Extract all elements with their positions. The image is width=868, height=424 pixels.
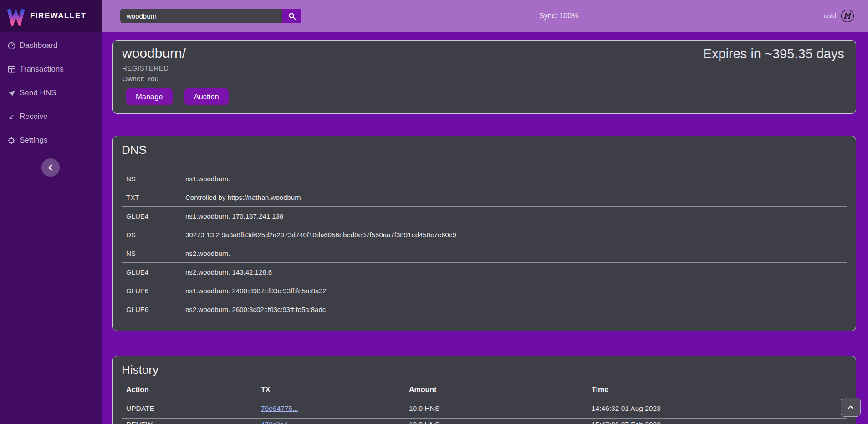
paper-plane-icon — [7, 89, 16, 97]
col-time: Time — [592, 386, 847, 394]
dns-card: DNS NS ns1.woodburn. TXT Controlled by h… — [112, 136, 856, 331]
search-bar — [120, 9, 301, 23]
dns-heading: DNS — [122, 143, 147, 157]
gear-icon — [7, 136, 16, 145]
scroll-to-top-button[interactable] — [841, 398, 861, 417]
dns-record-type: TXT — [122, 188, 185, 206]
col-amount: Amount — [409, 386, 592, 394]
tx-link[interactable]: 470c3c4... — [261, 420, 294, 424]
sidebar-item-label: Send HNS — [20, 88, 56, 97]
dns-record-row: GLUE6 ns1.woodburn. 2400:8907::f03c:93ff… — [122, 281, 847, 300]
history-row: RENEW 470c3c4... 10.0 HNS 15:47:06 07 Fe… — [122, 418, 847, 424]
history-header-row: Action TX Amount Time — [122, 382, 847, 398]
dns-record-value: ns2.woodburn. 143.42.128.6 — [185, 263, 847, 281]
chevron-up-icon — [847, 403, 855, 411]
col-action: Action — [122, 386, 261, 394]
speedometer-icon — [7, 41, 16, 50]
sidebar-item-label: Settings — [20, 136, 47, 145]
table-icon — [7, 65, 16, 74]
logo-bar: FIREWALLET — [0, 0, 102, 32]
dns-record-row: NS ns2.woodburn. — [122, 244, 847, 262]
sidebar-item-label: Transactions — [20, 65, 64, 74]
history-action: RENEW — [122, 420, 261, 424]
search-button[interactable] — [282, 9, 301, 23]
sidebar-item-send-hns[interactable]: Send HNS — [0, 81, 102, 105]
dns-record-row: TXT Controlled by https://nathan.woodbur… — [122, 188, 847, 206]
col-tx: TX — [261, 386, 409, 394]
domain-expiry: Expires in ~395.35 days — [703, 46, 844, 61]
brand-name: FIREWALLET — [30, 11, 87, 20]
history-amount: 10.0 HNS — [409, 420, 592, 424]
history-amount: 10.0 HNS — [409, 404, 592, 413]
sidebar-item-receive[interactable]: Receive — [0, 105, 102, 128]
dns-record-row: NS ns1.woodburn. — [122, 169, 847, 188]
sidebar-item-settings[interactable]: Settings — [0, 128, 102, 152]
history-table: Action TX Amount Time UPDATE 70e64775...… — [122, 382, 847, 424]
dns-record-value: ns1.woodburn. 170.187.241.138 — [185, 207, 847, 225]
dns-table: NS ns1.woodburn. TXT Controlled by https… — [122, 169, 847, 318]
wallet-name: cold — [824, 12, 836, 20]
sidebar-item-label: Receive — [20, 112, 47, 121]
dns-record-type: GLUE4 — [122, 263, 185, 281]
main-content: woodburn/ REGISTERED Owner: You Manage A… — [102, 32, 868, 424]
sidebar-collapse-button[interactable] — [41, 158, 60, 177]
firewallet-logo-icon — [6, 6, 26, 26]
history-card: History Action TX Amount Time UPDATE 70e… — [112, 356, 856, 424]
domain-actions: Manage Auction — [126, 88, 229, 105]
handshake-logo-icon: H — [841, 9, 854, 23]
sidebar-item-label: Dashboard — [20, 41, 57, 50]
dns-record-value: ns1.woodburn. — [185, 169, 847, 188]
history-heading: History — [122, 363, 158, 377]
search-input[interactable] — [120, 9, 282, 23]
chevron-left-icon — [47, 164, 54, 171]
dns-record-type: NS — [122, 169, 185, 188]
domain-card: woodburn/ REGISTERED Owner: You Manage A… — [112, 40, 856, 114]
dns-record-type: NS — [122, 244, 185, 262]
dns-record-row: GLUE4 ns2.woodburn. 143.42.128.6 — [122, 262, 847, 281]
arrow-down-left-icon — [7, 112, 16, 121]
dns-record-value: Controlled by https://nathan.woodburn — [185, 188, 847, 206]
history-action: UPDATE — [122, 404, 261, 413]
manage-button[interactable]: Manage — [126, 88, 173, 105]
history-row: UPDATE 70e64775... 10.0 HNS 14:46:32 01 … — [122, 398, 847, 418]
sidebar-item-dashboard[interactable]: Dashboard — [0, 34, 102, 57]
dns-record-row: GLUE4 ns1.woodburn. 170.187.241.138 — [122, 206, 847, 225]
dns-record-row: GLUE6 ns2.woodburn. 2600:3c02::f03c:93ff… — [122, 300, 847, 318]
dns-record-type: DS — [122, 225, 185, 244]
dns-record-value: ns2.woodburn. — [185, 244, 847, 262]
dns-record-value: ns1.woodburn. 2400:8907::f03c:93ff:fe5a:… — [185, 281, 847, 300]
search-icon — [288, 12, 296, 20]
wallet-cluster[interactable]: cold H — [824, 0, 854, 32]
domain-owner: Owner: You — [122, 75, 158, 83]
domain-status: REGISTERED — [122, 64, 169, 72]
topbar: Sync: 100% cold H — [102, 0, 868, 32]
dns-record-type: GLUE6 — [122, 300, 185, 318]
dns-record-type: GLUE6 — [122, 281, 185, 300]
sidebar: FIREWALLET Dashboard Transactions Send H… — [0, 0, 102, 424]
dns-record-value: 30273 13 2 9a3a8fb3d625d2a2073d740f10da6… — [185, 225, 847, 244]
history-time: 15:47:06 07 Feb 2023 — [592, 420, 847, 424]
dns-record-row: DS 30273 13 2 9a3a8fb3d625d2a2073d740f10… — [122, 225, 847, 244]
domain-title: woodburn/ — [122, 46, 186, 61]
sidebar-nav: Dashboard Transactions Send HNS Receive — [0, 32, 102, 152]
dns-record-type: GLUE4 — [122, 207, 185, 225]
dns-record-value: ns2.woodburn. 2600:3c02::f03c:93ff:fe5a:… — [185, 300, 847, 318]
tx-link[interactable]: 70e64775... — [261, 404, 298, 412]
history-time: 14:46:32 01 Aug 2023 — [592, 404, 847, 413]
auction-button[interactable]: Auction — [184, 88, 229, 105]
sync-status: Sync: 100% — [539, 0, 578, 32]
svg-text:H: H — [842, 11, 853, 21]
sidebar-item-transactions[interactable]: Transactions — [0, 57, 102, 81]
